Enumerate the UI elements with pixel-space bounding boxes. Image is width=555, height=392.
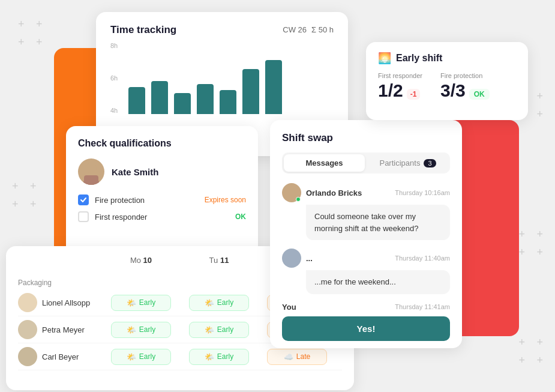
day-label-mo: Mo (130, 256, 143, 265)
stat-col-fire-protection: Fire protection 3/3 OK (440, 72, 490, 101)
early-shift-card: 🌅 Early shift First responder 1/2 -1 Fir… (366, 42, 528, 120)
chart-bar-fr (220, 90, 236, 114)
shift-badge-0-1: 🌤️Early (189, 295, 249, 311)
plus-icon: + (12, 180, 19, 193)
day-col-mo: Mo 10 (102, 256, 180, 270)
plus-icon: + (36, 18, 43, 31)
first-responder-status: OK (235, 213, 246, 221)
first-responder-checkbox[interactable] (78, 211, 89, 222)
shift-cell-0-0: 🌤️Early (102, 295, 180, 311)
first-responder-stat-value-row: 1/2 -1 (378, 80, 422, 101)
day-num-mo: 10 (143, 256, 152, 265)
qual-item-responder: First responder OK (78, 211, 246, 222)
fire-protection-status: Expires soon (205, 196, 246, 204)
person-info-1: Petra Meyer (18, 320, 102, 339)
first-responder-delta: -1 (407, 89, 421, 100)
fire-protection-ok: OK (469, 89, 490, 100)
chat-sender-1: Orlando Bricks (306, 188, 362, 198)
small-avatar-1 (18, 320, 37, 339)
qual-title: Check qualifications (78, 138, 246, 149)
shift-label-0-1: Early (217, 298, 233, 307)
shift-badge-2-2: ☁️Late (267, 349, 327, 365)
tab-participants[interactable]: Participants 3 (367, 154, 448, 172)
shift-cell-0-1: 🌤️Early (180, 295, 258, 311)
chat-sender-2: ... (306, 254, 313, 263)
chart-bar-we (174, 93, 191, 114)
qual-item-fire: Fire protection Expires soon (78, 194, 246, 205)
person-info-0: Lionel Allsopp (18, 293, 102, 312)
tabs-row: Messages Participants 3 (282, 152, 450, 173)
tab-messages[interactable]: Messages (284, 154, 365, 172)
shift-badge-1-0: 🌤️Early (111, 322, 171, 338)
fire-protection-label: Fire protection (95, 196, 199, 205)
plus-icon: + (518, 246, 525, 259)
shift-badge-1-1: 🌤️Early (189, 322, 249, 338)
chat-bubble-2: ...me for the weekend... (306, 270, 450, 294)
chat-messages: Orlando Bricks Thursday 10:16am Could so… (282, 183, 450, 341)
plus-icon: + (518, 336, 525, 349)
shift-label-2-2: Late (296, 352, 310, 361)
chart-bars (128, 42, 334, 114)
shift-cells-2: 🌤️Early🌤️Early☁️Late (102, 349, 336, 365)
stat-col-first-responder: First responder 1/2 -1 (378, 72, 422, 101)
y-label-6h: 6h (110, 74, 118, 82)
plus-icon: + (536, 228, 543, 241)
shift-cell-1-0: 🌤️Early (102, 322, 180, 338)
shift-icon-1-0: 🌤️ (127, 325, 136, 334)
plus-icon: + (536, 108, 543, 121)
day-num-tu: 11 (220, 256, 229, 265)
small-avatar-0 (18, 293, 37, 312)
person-name-0: Lionel Allsopp (42, 298, 90, 307)
shift-icon-0-1: 🌤️ (205, 298, 214, 307)
chat-message-1: Orlando Bricks Thursday 10:16am Could so… (282, 183, 450, 240)
chat-bubble-1: Could someone take over my morning shift… (306, 205, 450, 240)
person-name-1: Petra Meyer (42, 325, 85, 334)
shift-swap-card: Shift swap Messages Participants 3 Orlan… (270, 120, 462, 348)
chat-time-1: Thursday 10:16am (395, 189, 450, 196)
shift-label-2-0: Early (139, 352, 155, 361)
participants-label: Participants (379, 158, 420, 167)
day-label-tu: Tu (209, 256, 220, 265)
svg-rect-2 (84, 175, 98, 185)
plus-icon: + (518, 228, 525, 241)
fire-protection-stat-label: Fire protection (440, 72, 490, 79)
person-row: Kate Smith (78, 158, 246, 185)
early-shift-title: Early shift (396, 53, 442, 64)
shift-icon-2-1: 🌤️ (205, 352, 214, 361)
fire-protection-checkbox[interactable] (78, 194, 89, 205)
you-label: You (282, 303, 296, 312)
shift-badge-0-0: 🌤️Early (111, 295, 171, 311)
first-responder-value: 1/2 (378, 80, 403, 101)
shift-icon-0-0: 🌤️ (127, 298, 136, 307)
chart-bar-th (197, 84, 214, 114)
online-dot (296, 197, 301, 202)
cw-info: CW 26 Σ 50 h (283, 25, 334, 34)
chat-msg-header-1: Orlando Bricks Thursday 10:16am (282, 183, 450, 202)
cw-label: CW 26 (283, 25, 307, 34)
plus-icon: + (36, 36, 43, 49)
chart-area: 8h 6h 4h (110, 42, 334, 114)
shift-label-1-0: Early (139, 325, 155, 334)
chat-message-2: ... Thursday 11:40am ...me for the weeke… (282, 249, 450, 294)
person-name-2: Carl Beyer (42, 352, 79, 361)
shift-label-1-1: Early (217, 325, 233, 334)
shift-cell-1-1: 🌤️Early (180, 322, 258, 338)
chart-bar-mo (128, 87, 145, 114)
fire-protection-value: 3/3 (440, 80, 466, 101)
shift-label-2-1: Early (217, 352, 233, 361)
chat-msg-header-2: ... Thursday 11:40am (282, 249, 450, 268)
plus-icon: + (18, 36, 25, 49)
chat-msg-header-3: You Thursday 11:41am (282, 303, 450, 312)
chart-bar-sa (242, 69, 259, 114)
yes-button[interactable]: Yes! (282, 316, 450, 341)
total-label: Σ 50 h (311, 25, 334, 34)
shift-label-0-0: Early (139, 298, 155, 307)
fire-protection-stat-value-row: 3/3 OK (440, 80, 490, 101)
plus-icon: + (536, 90, 543, 103)
first-responder-label: First responder (95, 213, 229, 222)
chat-avatar-2 (282, 249, 301, 268)
y-label-4h: 4h (110, 107, 118, 114)
shift-icon-2-0: 🌤️ (127, 352, 136, 361)
plus-icon: + (18, 18, 25, 31)
shift-cell-2-0: 🌤️Early (102, 349, 180, 365)
